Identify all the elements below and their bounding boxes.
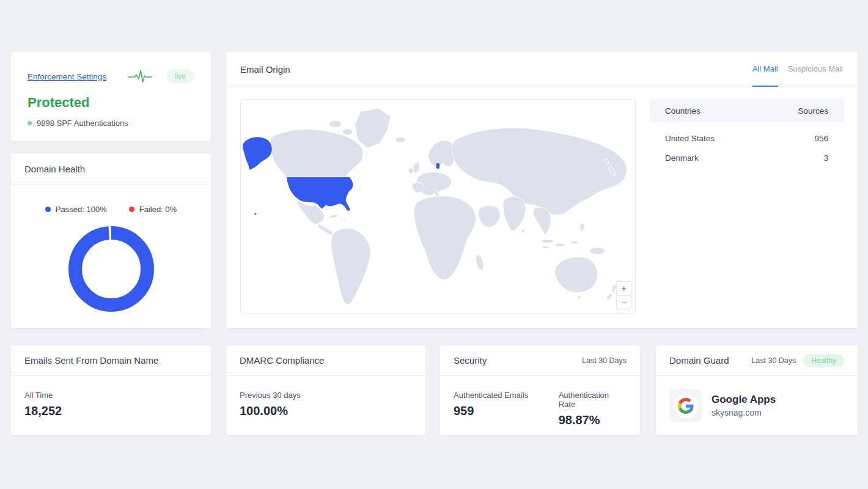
world-map-svg [241,100,635,313]
google-icon-tile [669,389,702,422]
emails-sent-body: All Time 18,252 [11,376,211,418]
authenticated-emails-stat: Authenticated Emails 959 [454,391,559,427]
domain-health-title: Domain Health [24,164,85,174]
domain-health-donut-chart [11,226,211,312]
provider-name: Google Apps [712,394,776,406]
heartbeat-icon [128,69,152,84]
security-card: Security Last 30 Days Authenticated Emai… [440,345,640,435]
country-united-states[interactable] [287,177,353,211]
domain-guard-period-label: Last 30 Days [751,356,796,365]
world-map[interactable]: + − [240,99,636,314]
domain-health-header: Domain Health [11,153,211,185]
security-title: Security [454,355,487,366]
failed-dot-icon [129,207,134,212]
legend-item-failed: Failed: 0% [129,205,177,214]
security-header: Security Last 30 Days [440,345,640,376]
donut-legend: Passed: 100% Failed: 0% [11,205,211,214]
country-united-states-alaska[interactable] [243,137,273,171]
map-zoom-in-button[interactable]: + [617,282,631,295]
region-canada [270,130,363,177]
passed-label: Passed: 100% [56,205,107,214]
countries-table: Countries Sources United States 956 Denm… [650,99,844,167]
domain-guard-title: Domain Guard [669,355,729,366]
enforcement-header: Enforcement Settings live [28,69,194,84]
spf-authentications-row: 9898 SPF Authentications [28,119,194,128]
authentication-rate-stat: Authentication Rate 98.87% [559,391,627,427]
enforcement-card: Enforcement Settings live Protected 9898… [11,52,211,141]
country-denmark[interactable] [436,163,440,169]
map-zoom-controls: + − [616,281,631,309]
legend-item-passed: Passed: 100% [45,205,107,214]
dmarc-title: DMARC Compliance [240,355,324,366]
provider-domain: skysnag.com [712,408,776,417]
table-row[interactable]: United States 956 [650,128,844,148]
region-india [503,196,526,230]
region-south-america [331,229,370,304]
region-asia [452,128,627,215]
dmarc-compliance-card: DMARC Compliance Previous 30 days 100.00… [226,345,425,435]
email-origin-header: Email Origin All Mail Suspicious Mail [226,52,858,87]
authenticated-emails-label: Authenticated Emails [454,391,559,400]
country-sources: 956 [814,134,828,143]
all-time-label: All Time [24,391,197,400]
dmarc-body: Previous 30 days 100.00% [226,376,425,418]
spf-authentications-text: 9898 SPF Authentications [37,119,128,128]
region-africa [414,196,476,280]
domain-guard-header: Domain Guard Last 30 Days Healthy [656,345,858,376]
mail-tabs: All Mail Suspicious Mail [752,52,843,86]
domain-guard-body: Google Apps skysnag.com [656,376,858,422]
emails-sent-value: 18,252 [24,404,197,418]
emails-sent-header: Emails Sent From Domain Name [11,345,211,376]
region-greenland [355,108,391,149]
security-body: Authenticated Emails 959 Authentication … [440,376,640,427]
domain-guard-provider-info: Google Apps skysnag.com [712,394,776,417]
failed-label: Failed: 0% [139,205,177,214]
protection-status: Protected [28,95,194,111]
green-dot-icon [28,121,32,125]
country-name: Denmark [665,153,699,163]
emails-sent-title: Emails Sent From Domain Name [24,355,158,366]
healthy-badge: Healthy [803,354,844,367]
authenticated-emails-value: 959 [454,404,559,418]
live-badge: live [167,70,194,83]
email-origin-title: Email Origin [240,64,290,75]
dmarc-value: 100.00% [240,404,412,418]
country-sources: 3 [823,153,828,163]
previous-30-days-label: Previous 30 days [240,391,412,400]
tab-suspicious-mail[interactable]: Suspicious Mail [788,52,843,87]
countries-table-body: United States 956 Denmark 3 [650,128,844,167]
authentication-rate-value: 98.87% [559,413,627,427]
email-origin-card: Email Origin All Mail Suspicious Mail [226,52,858,328]
passed-dot-icon [45,207,51,212]
countries-column-header: Countries [665,106,701,116]
map-zoom-out-button[interactable]: − [617,295,631,309]
enforcement-settings-link[interactable]: Enforcement Settings [28,72,106,81]
google-g-icon [674,394,698,418]
security-period-label: Last 30 Days [582,356,627,365]
country-united-states-hawaii[interactable] [254,213,257,215]
sources-column-header: Sources [798,106,828,116]
region-australia [555,257,598,292]
authentication-rate-label: Authentication Rate [559,391,627,409]
dmarc-header: DMARC Compliance [226,345,425,376]
domain-guard-card: Domain Guard Last 30 Days Healthy Google… [656,345,858,435]
domain-health-card: Domain Health Passed: 100% Failed: 0% [11,153,211,328]
emails-sent-card: Emails Sent From Domain Name All Time 18… [11,345,211,435]
tab-all-mail[interactable]: All Mail [752,52,778,87]
table-row[interactable]: Denmark 3 [650,148,844,167]
donut-ring [68,226,154,312]
country-name: United States [665,134,715,143]
region-scandinavia [428,141,456,167]
countries-table-header: Countries Sources [650,99,844,122]
